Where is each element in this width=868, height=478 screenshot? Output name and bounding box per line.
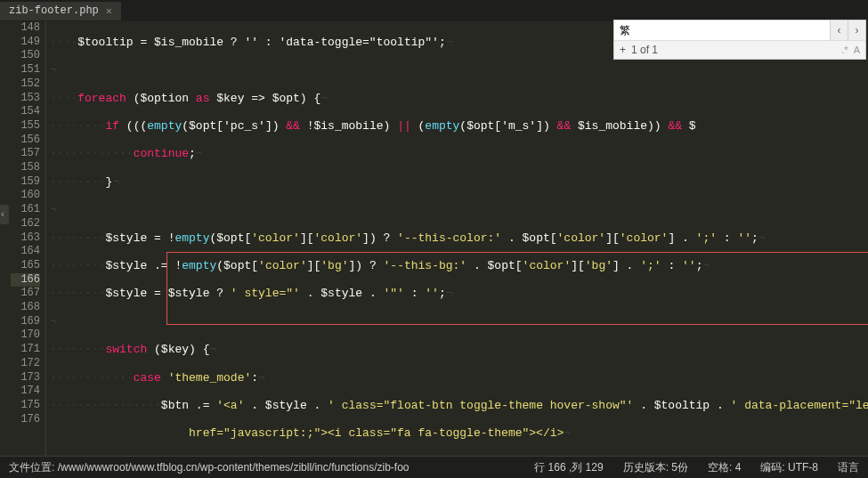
plus-icon[interactable]: + [620,44,626,56]
find-panel: ‹ › + 1 of 1 .* A [613,20,866,60]
code-area[interactable]: ····$tooltip = $is_mobile ? '' : 'data-t… [46,21,868,456]
chevron-left-icon[interactable]: ‹ [0,205,9,224]
find-input[interactable] [614,20,830,40]
file-path: 文件位置: /www/wwwroot/www.tfblog.cn/wp-cont… [9,460,515,475]
find-count: 1 of 1 [631,44,836,56]
find-prev-button[interactable]: ‹ [830,20,848,40]
status-bar: 文件位置: /www/wwwroot/www.tfblog.cn/wp-cont… [0,456,868,478]
tab-filename: zib-footer.php [9,4,99,17]
encoding-info[interactable]: 编码: UTF-8 [760,460,818,475]
gutter-mini: ‹ [0,21,11,456]
close-icon[interactable]: ✕ [106,4,112,18]
line-numbers: 148 149 150 151 152 153 154 155 156 157 … [11,21,46,456]
regex-toggle[interactable]: .* [841,45,848,55]
cursor-position[interactable]: 行 166 ,列 129 [534,460,603,475]
history-info[interactable]: 历史版本: 5份 [623,460,688,475]
case-toggle[interactable]: A [854,45,860,55]
language-info[interactable]: 语言 [838,460,859,475]
editor: ‹ 148 149 150 151 152 153 154 155 156 15… [0,21,868,456]
indent-info[interactable]: 空格: 4 [708,460,741,475]
tab-bar: zib-footer.php ✕ [0,0,868,21]
find-next-button[interactable]: › [848,20,865,40]
file-tab[interactable]: zib-footer.php ✕ [0,2,121,20]
